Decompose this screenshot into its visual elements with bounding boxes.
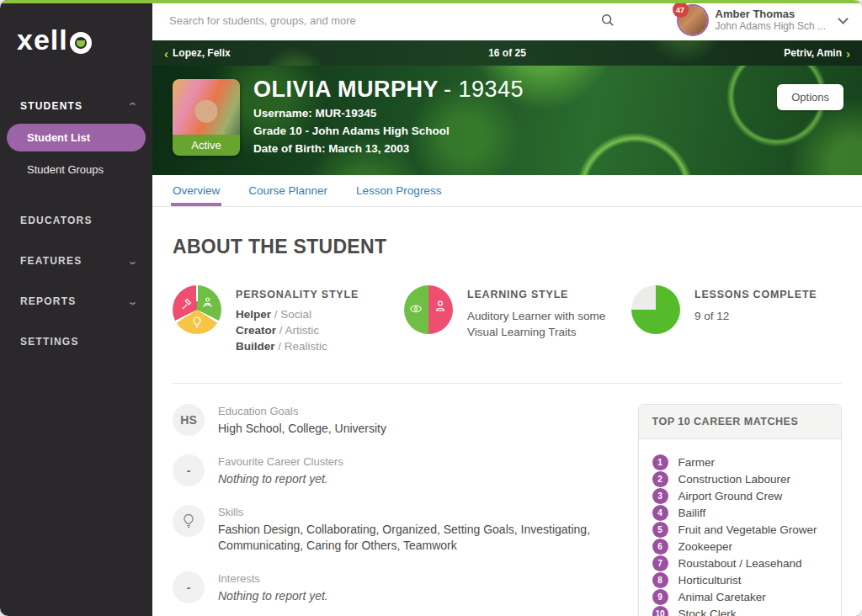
status-badge: Active [173,135,240,156]
sidebar-section-reports[interactable]: REPORTS ⌄ [0,287,152,316]
info-value: Fashion Design, Collaborating, Organized… [218,522,614,554]
sidebar-item-educators[interactable]: EDUCATORS [0,206,152,235]
next-student-button[interactable]: Petriv, Amin › [784,46,850,61]
sidebar-item-student-groups[interactable]: Student Groups [0,151,152,181]
prev-student-button[interactable]: ‹ Lopez, Felix [164,46,231,61]
stats-row: PERSONALITY STYLE Helper / Social Creato… [173,285,842,354]
educators-label: EDUCATORS [20,215,93,226]
chevron-down-icon: ⌄ [126,296,139,307]
next-student-label: Petriv, Amin [784,47,842,59]
student-list-label: Student List [27,131,90,144]
rank-badge: 1 [652,454,668,470]
rank-badge: 3 [652,488,668,504]
learning-style-stat: LEARNING STYLE Auditory Learner with som… [404,285,631,354]
info-label: Favourite Career Clusters [218,455,343,468]
user-menu[interactable]: 47 Amber Thomas John Adams High Sch ... [678,6,850,35]
rank-badge: 6 [652,539,668,555]
student-name: OLIVIA MURPHY- 19345 [253,77,524,103]
career-match-item[interactable]: 6 Zookeeper [652,538,828,555]
lightbulb-icon [190,316,204,329]
logo-text: xell [17,24,68,56]
chevron-down-icon [838,13,849,24]
prev-student-label: Lopez, Felix [173,47,231,59]
sidebar-item-student-list[interactable]: Student List [7,124,146,151]
info-item-skills: Skills Fashion Design, Collaborating, Or… [173,505,618,554]
career-match-item[interactable]: 10 Stock Clerk [652,605,828,616]
lower-section: HS Education Goals High School, College,… [173,383,842,616]
career-match-item[interactable]: 1 Farmer [652,454,828,470]
user-name: Amber Thomas [716,8,826,20]
xello-logo: xell [17,24,152,56]
info-item-interests: - Interests Nothing to report yet. [173,571,618,604]
rank-badge: 9 [652,589,668,605]
student-photo-card: Active [173,79,240,156]
pager-counter: 16 of 25 [488,47,526,59]
search-input[interactable] [169,14,593,27]
rank-badge: 10 [652,606,668,616]
search-bar [169,13,615,28]
career-match-item[interactable]: 2 Construction Labourer [652,470,828,487]
chevron-left-icon: ‹ [164,46,168,61]
rank-badge: 4 [652,505,668,521]
sidebar-section-students[interactable]: STUDENTS ⌃ [0,92,152,120]
rank-badge: 2 [652,471,668,487]
personality-style-stat: PERSONALITY STYLE Helper / Social Creato… [173,285,404,354]
dash-icon: - [173,571,205,603]
career-match-item[interactable]: 5 Fruit and Vegetable Grower [652,521,828,538]
info-value: Nothing to report yet. [218,588,328,604]
search-icon[interactable] [600,13,615,28]
sidebar-students-label: STUDENTS [20,100,82,112]
student-username: Username: MUR-19345 [253,107,524,120]
student-pager: ‹ Lopez, Felix 16 of 25 Petriv, Amin › [152,40,862,66]
lessons-complete-text: 9 of 12 [694,308,817,324]
student-name-text: OLIVIA MURPHY [253,77,439,102]
features-label: FEATURES [20,255,82,267]
sidebar-item-settings[interactable]: SETTINGS [0,327,152,356]
rank-badge: 7 [652,555,668,571]
education-goals-icon: HS [173,404,205,436]
helping-hand-icon [200,296,214,310]
career-match-item[interactable]: 4 Bailiff [652,504,828,521]
tab-bar: Overview Course Planner Lesson Progress [152,175,862,207]
career-matches-list: 1 Farmer 2 Construction Labourer 3 Airpo… [639,439,842,616]
personality-pie-chart [173,285,221,334]
options-button[interactable]: Options [777,84,843,110]
chevron-up-icon: ⌃ [126,101,139,112]
tab-lesson-progress[interactable]: Lesson Progress [356,175,441,206]
info-item-career-clusters: - Favourite Career Clusters Nothing to r… [173,454,618,487]
page-title-rest: THE STUDENT [242,236,386,258]
dash-icon: - [173,454,205,486]
eye-icon [409,303,423,316]
user-org: John Adams High Sch ... [716,20,826,33]
career-match-item[interactable]: 3 Airport Ground Crew [652,487,828,504]
main-area: 47 Amber Thomas John Adams High Sch ... … [152,0,862,616]
tab-course-planner[interactable]: Course Planner [248,175,327,206]
personality-style-lines: Helper / Social Creator / Artistic Build… [236,306,359,354]
lessons-complete-stat: LESSONS COMPLETE 9 of 12 [631,285,842,354]
student-groups-label: Student Groups [27,163,104,176]
overview-content: ABOUT THE STUDENT [152,207,862,616]
lessons-complete-heading: LESSONS COMPLETE [694,289,817,300]
lessons-pie-chart [631,285,680,334]
reports-label: REPORTS [20,295,76,307]
learning-style-heading: LEARNING STYLE [467,289,617,300]
career-matches-title: TOP 10 CAREER MATCHES [639,405,842,439]
info-label: Skills [218,506,614,518]
career-match-item[interactable]: 7 Roustabout / Leasehand [652,555,828,571]
tab-overview[interactable]: Overview [173,175,220,206]
student-photo [173,79,240,135]
learning-style-text: Auditory Learner with some Visual Learni… [467,308,617,340]
page-title: ABOUT THE STUDENT [173,236,842,258]
info-label: Education Goals [218,405,386,417]
chevron-right-icon: › [846,46,850,61]
sidebar-section-features[interactable]: FEATURES ⌄ [0,247,152,275]
sidebar: xell STUDENTS ⌃ Student List Student Gro… [0,0,152,616]
rank-badge: 8 [652,572,668,588]
career-match-item[interactable]: 8 Horticulturist [652,571,828,588]
info-value: Nothing to report yet. [218,471,343,487]
info-item-education-goals: HS Education Goals High School, College,… [173,404,618,437]
info-value: High School, College, University [218,421,386,437]
student-hero: Active OLIVIA MURPHY- 19345 Username: MU… [152,66,862,175]
career-match-item[interactable]: 9 Animal Caretaker [652,588,828,605]
logo-o-icon [70,32,92,54]
